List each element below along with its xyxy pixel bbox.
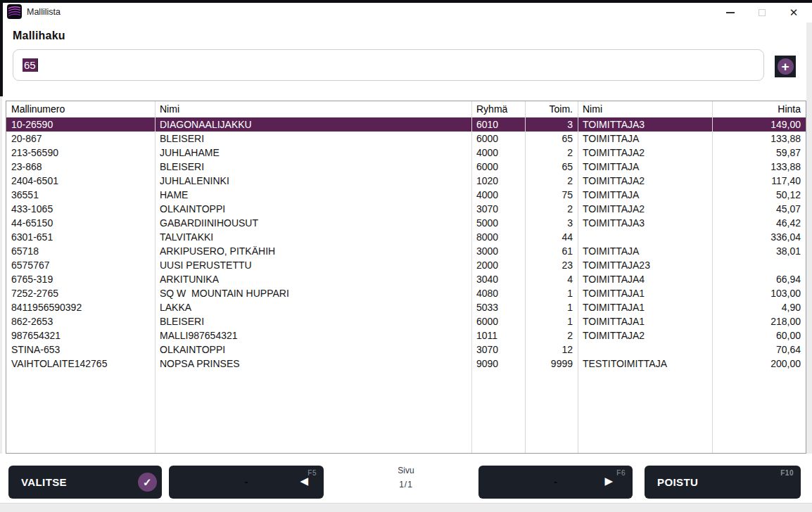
previous-page-button[interactable]: - ◀ F5 [169, 466, 324, 499]
table-row[interactable]: 987654321MALLI98765432110112TOIMITTAJA26… [6, 328, 806, 343]
table-cell: 117,40 [712, 174, 806, 188]
search-heading: Mallihaku [13, 30, 65, 42]
table-cell: TOIMITTAJA [578, 244, 712, 258]
table-row[interactable]: 20-867BLEISERI600065TOIMITTAJA133,88 [6, 132, 806, 146]
next-page-button[interactable]: - ▶ F6 [478, 466, 633, 499]
table-cell: TOIMITTAJA23 [578, 258, 712, 272]
table-cell: 4080 [471, 286, 525, 300]
table-cell: 3 [525, 216, 578, 230]
table-cell: 149,00 [712, 117, 806, 132]
table-cell: 4,90 [712, 300, 806, 314]
table-cell: STINA-653 [6, 343, 155, 357]
model-search-input[interactable]: 65 [13, 49, 764, 81]
table-cell: 2 [525, 202, 578, 216]
minimize-icon[interactable] [719, 3, 742, 22]
close-icon[interactable]: ✕ [782, 3, 805, 22]
table-cell: OLKAINTOPPI [155, 202, 471, 216]
table-cell: DIAGONAALIJAKKU [155, 117, 471, 132]
table-cell: 218,00 [712, 314, 806, 328]
table-row[interactable]: 23-868BLEISERI600065TOIMITTAJA133,88 [6, 160, 806, 174]
poistu-label: POISTU [657, 476, 698, 488]
table-header-row: MallinumeroNimiRyhmäToim.NimiHinta [6, 101, 806, 117]
table-cell: 2000 [471, 258, 525, 272]
table-cell: BLEISERI [155, 132, 471, 146]
maximize-icon[interactable] [751, 3, 773, 22]
table-cell: TALVITAKKI [155, 230, 471, 244]
table-cell: BLEISERI [155, 314, 471, 328]
table-row[interactable]: 6575767UUSI PERUSTETTU200023TOIMITTAJA23 [6, 258, 806, 272]
table-cell: 61 [525, 244, 578, 258]
table-cell: TOIMITTAJA1 [578, 314, 712, 328]
table-cell: 8000 [471, 230, 525, 244]
column-header[interactable]: Ryhmä [471, 101, 525, 117]
poistu-shortcut-label: F10 [780, 469, 794, 477]
table-cell: 6301-651 [6, 230, 155, 244]
table-cell: 1 [525, 286, 578, 300]
table-cell: 44 [525, 230, 578, 244]
table-cell: 12 [525, 343, 578, 357]
table-cell: 6575767 [6, 258, 155, 272]
table-cell [578, 230, 712, 244]
table-row[interactable]: 2404-6501JUHLALENINKI10202TOIMITTAJA2117… [6, 174, 806, 188]
table-cell: 862-2653 [6, 314, 155, 328]
table-cell: TOIMITTAJA [578, 188, 712, 202]
table-cell [578, 343, 712, 357]
table-cell: TOIMITTAJA2 [578, 146, 712, 160]
table-cell: TESTITOIMITTAJA [578, 357, 712, 371]
column-header[interactable]: Nimi [155, 101, 471, 117]
column-header[interactable]: Mallinumero [6, 101, 155, 117]
table-row[interactable]: 10-26590DIAGONAALIJAKKU60103TOIMITTAJA31… [6, 117, 806, 132]
next-shortcut-label: F6 [616, 469, 626, 477]
table-row[interactable]: 862-2653BLEISERI60001TOIMITTAJA1218,00 [6, 314, 806, 328]
table-cell: 7252-2765 [6, 286, 155, 300]
table-cell: 987654321 [6, 328, 155, 343]
table-cell: 336,04 [712, 230, 806, 244]
table-cell: TOIMITTAJA2 [578, 174, 712, 188]
window-bottom-edge [0, 503, 812, 512]
valitse-label: VALITSE [21, 476, 67, 488]
arrow-left-icon: ◀ [300, 475, 308, 487]
table-cell: 3040 [471, 272, 525, 286]
table-row[interactable]: 44-65150GABARDIINIHOUSUT50003TOIMITTAJA3… [6, 216, 806, 230]
column-header[interactable]: Nimi [578, 101, 712, 117]
table-row[interactable]: 36551HAME400075TOIMITTAJA50,12 [6, 188, 806, 202]
table-row[interactable]: 213-56590JUHLAHAME40002TOIMITTAJA259,87 [6, 146, 806, 160]
page-indicator: Sivu 1/1 [398, 466, 414, 489]
poistu-button[interactable]: POISTU F10 [645, 466, 801, 499]
table-cell: 36551 [6, 188, 155, 202]
table-cell: 200,00 [712, 357, 806, 371]
column-header[interactable]: Toim. [525, 101, 578, 117]
table-cell: TOIMITTAJA1 [578, 286, 712, 300]
table-row[interactable]: 433-1065OLKAINTOPPI30702TOIMITTAJA245,07 [6, 202, 806, 216]
table-cell: 4 [525, 272, 578, 286]
table-cell: TOIMITTAJA4 [578, 272, 712, 286]
column-header[interactable]: Hinta [712, 101, 806, 117]
table-row[interactable]: 6765-319ARKITUNIKA30404TOIMITTAJA466,94 [6, 272, 806, 286]
table-cell: 45,07 [712, 202, 806, 216]
arrow-right-icon: ▶ [604, 475, 613, 487]
add-button[interactable]: + [775, 56, 796, 77]
table-cell: TOIMITTAJA3 [578, 117, 712, 132]
table-row[interactable]: STINA-653OLKAINTOPPI30701270,64 [6, 343, 806, 357]
table-cell: 6010 [471, 117, 525, 132]
table-row[interactable]: VAIHTOLAITE142765NOPSA PRINSES90909999TE… [6, 357, 806, 371]
model-table: MallinumeroNimiRyhmäToim.NimiHinta 10-26… [6, 101, 806, 454]
table-row[interactable]: 6301-651TALVITAKKI800044336,04 [6, 230, 806, 244]
table-row[interactable]: 8411956590392LAKKA50331TOIMITTAJA14,90 [6, 300, 806, 314]
table-cell: 3070 [471, 202, 525, 216]
table-cell: 4000 [471, 188, 525, 202]
table-row[interactable]: 7252-2765SQ W MOUNTAIN HUPPARI40801TOIMI… [6, 286, 806, 300]
table-cell: 1 [525, 300, 578, 314]
plus-icon: + [778, 58, 794, 75]
table-cell: TOIMITTAJA [578, 160, 712, 174]
table-row[interactable]: 65718ARKIPUSERO, PITKÄHIH300061TOIMITTAJ… [6, 244, 806, 258]
table-cell: 6765-319 [6, 272, 155, 286]
valitse-button[interactable]: VALITSE ✓ [8, 466, 162, 499]
table-cell: LAKKA [155, 300, 471, 314]
table-cell: 2 [525, 174, 578, 188]
table-cell: 433-1065 [6, 202, 155, 216]
table-cell: 10-26590 [6, 117, 155, 132]
table-cell: 2 [525, 146, 578, 160]
table-cell: OLKAINTOPPI [155, 343, 471, 357]
table-cell: NOPSA PRINSES [155, 357, 471, 371]
